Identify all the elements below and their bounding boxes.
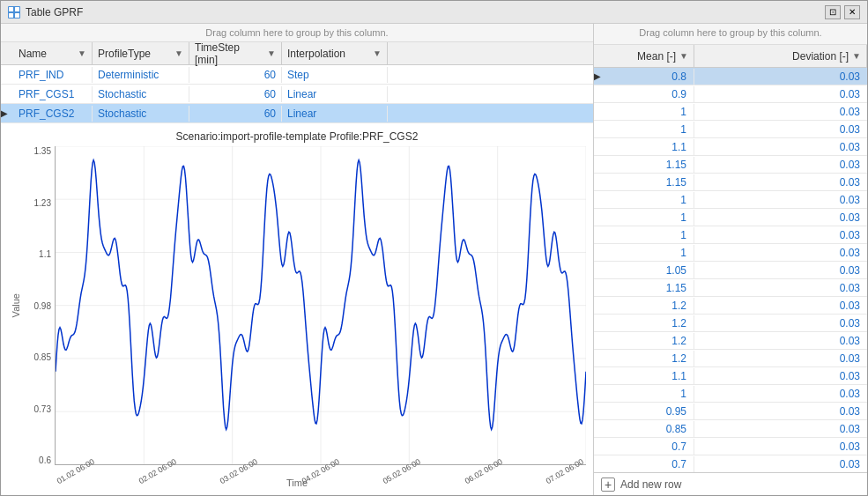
right-row-indicator: ▶	[594, 71, 606, 81]
cell-deviation: 0.03	[694, 298, 867, 314]
cell-deviation: 0.03	[694, 157, 867, 173]
svg-rect-3	[9, 13, 13, 18]
main-window: Table GPRF ⊡ ✕ Drag column here to group…	[0, 0, 868, 496]
right-table-row[interactable]: 0.9 0.03	[594, 85, 867, 103]
deviation-filter-icon[interactable]: ▼	[852, 51, 861, 61]
right-grid-body: ▶ 0.8 0.03 0.9 0.03 1 0.03 1 0.03 1.1 0.…	[594, 68, 867, 472]
cell-interpolation: Step	[282, 67, 388, 83]
chart-area: Value 1.351.231.10.980.850.730.6	[8, 146, 586, 465]
interpolation-filter-icon[interactable]: ▼	[373, 48, 382, 58]
cell-mean: 0.7	[606, 456, 694, 472]
header-profiletype[interactable]: ProfileType ▼	[93, 42, 189, 64]
right-grid-container: ▶ 0.8 0.03 0.9 0.03 1 0.03 1 0.03 1.1 0.…	[594, 68, 867, 495]
header-name[interactable]: Name ▼	[13, 42, 93, 64]
right-table-row[interactable]: 1 0.03	[594, 121, 867, 138]
timestep-filter-icon[interactable]: ▼	[267, 48, 276, 58]
right-table-row[interactable]: 0.7 0.03	[594, 455, 867, 472]
profiletype-filter-icon[interactable]: ▼	[174, 48, 183, 58]
mean-filter-icon[interactable]: ▼	[679, 51, 688, 61]
svg-rect-2	[15, 7, 19, 11]
cell-mean: 0.95	[606, 403, 694, 419]
cell-deviation: 0.03	[694, 315, 867, 331]
restore-button[interactable]: ⊡	[825, 5, 841, 19]
add-row-bar[interactable]: + Add new row	[594, 472, 867, 495]
cell-name: PRF_IND	[13, 67, 93, 83]
header-deviation[interactable]: Deviation [-] ▼	[694, 45, 867, 67]
header-timestep[interactable]: TimeStep [min] ▼	[189, 42, 282, 64]
right-table-row[interactable]: 1 0.03	[594, 209, 867, 226]
row-indicator: ▶	[1, 108, 13, 118]
right-panel-inner: ▶ 0.8 0.03 0.9 0.03 1 0.03 1 0.03 1.1 0.…	[594, 68, 867, 495]
left-drag-bar: Drag column here to group by this column…	[1, 24, 593, 42]
right-table-row[interactable]: 0.95 0.03	[594, 403, 867, 420]
y-tick: 0.6	[39, 455, 51, 465]
y-axis: 1.351.231.10.980.850.730.6	[24, 146, 55, 465]
right-table-row[interactable]: 1 0.03	[594, 191, 867, 209]
header-mean[interactable]: Mean [-] ▼	[606, 45, 694, 67]
cell-deviation: 0.03	[694, 333, 867, 349]
y-tick: 1.35	[34, 146, 51, 156]
right-table-row[interactable]: 1.1 0.03	[594, 138, 867, 156]
right-table-row[interactable]: 0.85 0.03	[594, 420, 867, 438]
cell-mean: 1.05	[606, 263, 694, 278]
right-table-row[interactable]: 1.15 0.03	[594, 156, 867, 174]
window-title: Table GPRF	[26, 6, 83, 19]
cell-deviation: 0.03	[694, 86, 867, 102]
cell-mean: 1.2	[606, 315, 694, 331]
right-table-row[interactable]: 1.2 0.03	[594, 315, 867, 332]
cell-mean: 1	[606, 227, 694, 243]
right-table-row[interactable]: 1.15 0.03	[594, 279, 867, 297]
right-table-row[interactable]: 1.2 0.03	[594, 350, 867, 367]
x-axis-labels: 01.02 06:0002.02 06:0003.02 06:0004.02 0…	[8, 467, 586, 476]
name-filter-icon[interactable]: ▼	[78, 48, 86, 58]
cell-deviation: 0.03	[694, 421, 867, 437]
cell-mean: 1	[606, 210, 694, 226]
left-panel: Drag column here to group by this column…	[1, 24, 594, 495]
right-table-row[interactable]: 1 0.03	[594, 244, 867, 262]
right-table-row[interactable]: 1.2 0.03	[594, 332, 867, 350]
cell-deviation: 0.03	[694, 280, 867, 296]
main-content: Drag column here to group by this column…	[1, 24, 867, 495]
left-table-row[interactable]: PRF_IND Deterministic 60 Step	[1, 65, 593, 85]
cell-profiletype: Stochastic	[93, 86, 189, 102]
right-table-row[interactable]: 1.1 0.03	[594, 367, 867, 385]
right-table-row[interactable]: 1.2 0.03	[594, 297, 867, 315]
cell-mean: 0.7	[606, 439, 694, 455]
left-table-row[interactable]: ▶ PRF_CGS2 Stochastic 60 Linear	[1, 104, 593, 123]
chart-svg	[56, 146, 586, 464]
cell-mean: 1	[606, 245, 694, 261]
cell-mean: 1	[606, 122, 694, 137]
cell-deviation: 0.03	[694, 139, 867, 155]
cell-mean: 1.2	[606, 351, 694, 366]
right-table-row[interactable]: 1 0.03	[594, 385, 867, 403]
right-table-row[interactable]: 1 0.03	[594, 103, 867, 121]
right-table-row[interactable]: 0.7 0.03	[594, 438, 867, 455]
cell-timestep: 60	[189, 67, 282, 83]
left-grid-body: PRF_IND Deterministic 60 Step PRF_CGS1 S…	[1, 65, 593, 123]
cell-deviation: 0.03	[694, 69, 867, 85]
close-button[interactable]: ✕	[844, 5, 860, 19]
left-table-row[interactable]: PRF_CGS1 Stochastic 60 Linear	[1, 85, 593, 104]
cell-mean: 1.1	[606, 368, 694, 384]
right-table-row[interactable]: ▶ 0.8 0.03	[594, 68, 867, 85]
cell-name: PRF_CGS1	[13, 86, 93, 102]
right-table-row[interactable]: 1 0.03	[594, 226, 867, 244]
chart-container: Scenario:import-profile-template Profile…	[1, 123, 593, 495]
add-row-label: Add new row	[620, 478, 681, 491]
y-axis-label: Value	[8, 146, 24, 465]
chart-title: Scenario:import-profile-template Profile…	[8, 130, 586, 143]
cell-mean: 0.9	[606, 86, 694, 102]
cell-deviation: 0.03	[694, 245, 867, 261]
cell-name: PRF_CGS2	[13, 106, 93, 122]
cell-timestep: 60	[189, 86, 282, 102]
cell-deviation: 0.03	[694, 104, 867, 120]
title-bar-left: Table GPRF	[8, 6, 83, 19]
cell-timestep: 60	[189, 106, 282, 122]
cell-interpolation: Linear	[282, 106, 388, 122]
right-table-row[interactable]: 1.15 0.03	[594, 174, 867, 191]
right-table-row[interactable]: 1.05 0.03	[594, 262, 867, 279]
x-axis-title: Time	[8, 477, 586, 488]
right-drag-bar: Drag column here to group by this column…	[594, 24, 867, 45]
header-interpolation[interactable]: Interpolation ▼	[282, 42, 388, 64]
title-bar-controls: ⊡ ✕	[825, 5, 860, 19]
